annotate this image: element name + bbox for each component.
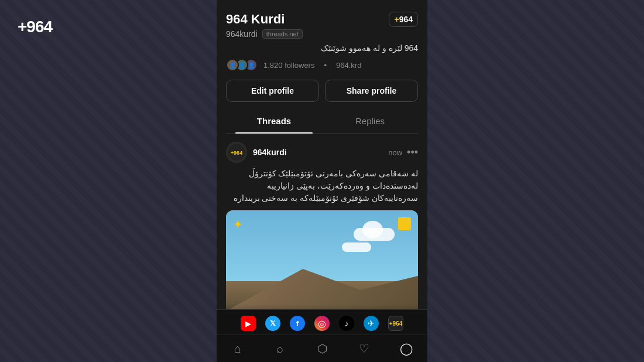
more-options-button[interactable]: ••• [407,146,418,159]
nav-share[interactable]: ⬡ [310,340,334,357]
follower-avatars: 👤 👤 👤 [226,59,254,71]
post-time: now [388,148,402,157]
social-icons-row: ▶ 𝕏 f ◎ ♪ ✈ +964 [217,310,427,335]
badge-text: +964 [394,15,413,24]
nav-profile[interactable]: ◯ [395,340,418,357]
tab-threads[interactable]: Threads [226,109,322,133]
follower-avatar-1: 👤 [226,59,239,71]
brand-964-icon[interactable]: +964 [388,316,403,331]
post-image: ✦ [226,210,418,309]
tab-replies[interactable]: Replies [322,109,418,133]
facebook-icon[interactable]: f [290,316,305,331]
profile-handle: 964kurdi [226,29,258,39]
bottom-nav: ▶ 𝕏 f ◎ ♪ ✈ +964 ⌂ ⌕ ⬡ ♡ ◯ [217,309,427,362]
cloud-1 [354,228,395,241]
sky-background [226,210,418,281]
post-user-info: +964 964kurdi [226,142,287,163]
instagram-icon[interactable]: ◎ [314,316,330,331]
post-username: 964kurdi [253,148,287,157]
tabs-row: Threads Replies [226,109,418,134]
followers-count: 1,820 followers [263,61,314,70]
profile-bio: 964 لێره و له هەموو شوێنێک [226,43,418,53]
youtube-icon[interactable]: ▶ [241,316,256,331]
twitter-icon[interactable]: 𝕏 [265,316,280,331]
post-avatar: +964 [226,142,247,163]
feed-area: +964 964kurdi now ••• له شەقامی سەرەکی ب… [217,134,427,309]
yellow-square [398,217,411,230]
post-meta-right: now ••• [388,146,418,159]
logo-num: 964 [26,18,52,36]
edit-profile-button[interactable]: Edit profile [226,80,319,102]
image-overlay-left: ✦ [233,217,243,231]
profile-section: 964 Kurdi +964 964kurdi threads.net 964 … [217,0,427,134]
brand-badge: +964 [389,12,418,27]
tiktok-icon[interactable]: ♪ [339,316,354,331]
followers-sep: • [324,61,327,70]
background-logo: +964 [18,18,52,36]
avatar-inner: +964 [226,142,247,163]
svg-text:+964: +964 [231,150,242,156]
phone-container: 964 Kurdi +964 964kurdi threads.net 964 … [217,0,427,362]
website-link[interactable]: 964.krd [336,61,361,70]
profile-name: 964 Kurdi [226,12,285,27]
post-header: +964 964kurdi now ••• [226,142,418,163]
threads-badge: threads.net [262,29,303,39]
image-overlay-right [398,217,411,230]
nav-icons-row: ⌂ ⌕ ⬡ ♡ ◯ [217,335,427,362]
nav-home[interactable]: ⌂ [226,340,249,357]
profile-header: 964 Kurdi +964 [226,12,418,27]
post-item: +964 964kurdi now ••• له شەقامی سەرەکی ب… [217,134,427,309]
action-buttons: Edit profile Share profile [226,80,418,102]
star-icon: ✦ [233,218,243,231]
logo-plus: + [18,18,26,36]
cloud-2 [342,243,371,252]
followers-row: 👤 👤 👤 1,820 followers • 964.krd [226,59,418,71]
post-text: له شەقامی سەرەکی بامەرنی ئۆتۆمبێلێک کۆنت… [226,168,418,204]
nav-search[interactable]: ⌕ [268,340,292,357]
telegram-icon[interactable]: ✈ [364,316,379,331]
share-profile-button[interactable]: Share profile [325,80,418,102]
handle-row: 964kurdi threads.net [226,29,418,39]
nav-heart[interactable]: ♡ [352,340,376,357]
